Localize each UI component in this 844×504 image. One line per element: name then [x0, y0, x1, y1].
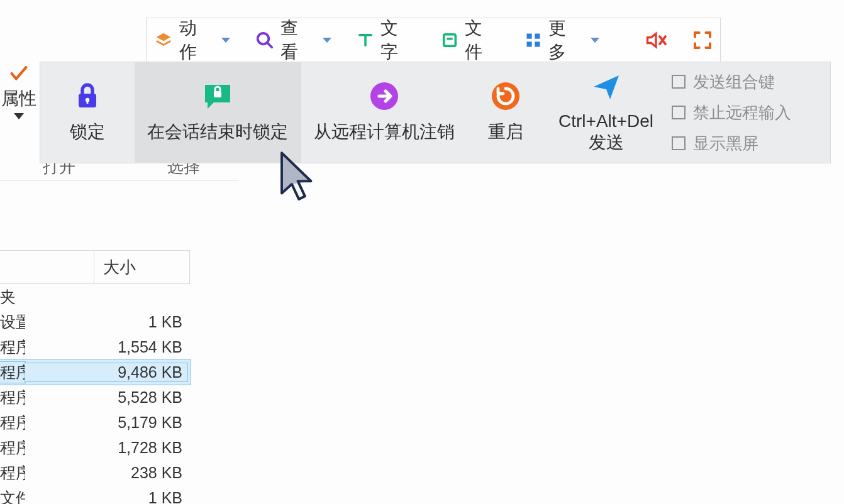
checkbox-icon — [672, 75, 686, 89]
svg-line-1 — [267, 42, 272, 47]
cell-size: 1,554 KB — [25, 338, 187, 356]
svg-rect-4 — [526, 33, 531, 38]
menu-more-label: 更多 — [548, 16, 583, 64]
cell-type: 程序 — [0, 412, 25, 433]
action-lock-label: 锁定 — [70, 120, 105, 144]
search-icon — [255, 31, 274, 50]
fullscreen-button[interactable] — [690, 26, 715, 54]
menu-text-label: 文字 — [380, 16, 415, 64]
apps-grid-icon — [525, 31, 542, 49]
cell-type: 夹 — [0, 287, 25, 307]
table-row[interactable]: 程序1,554 KB — [0, 334, 190, 359]
cell-size: 9,486 KB — [25, 363, 187, 381]
table-row[interactable]: 夹 — [0, 284, 190, 309]
checkbox-icon — [672, 106, 686, 119]
svg-rect-5 — [535, 33, 540, 38]
checkbox-icon — [672, 136, 686, 150]
cell-size: 5,179 KB — [25, 414, 187, 432]
table-row[interactable]: 程序5,179 KB — [0, 410, 190, 435]
cell-type: 文件 — [0, 488, 25, 505]
file-size-table: 大小 夹设置1 KB程序1,554 KB程序9,486 KB程序5,528 KB… — [0, 250, 190, 504]
svg-rect-10 — [86, 100, 88, 104]
check-block-remote-input[interactable]: 禁止远程输入 — [672, 102, 791, 124]
cell-type: 程序 — [0, 362, 25, 383]
menu-actions[interactable]: 动作 — [152, 13, 233, 68]
caret-down-icon — [323, 38, 331, 43]
restart-icon — [491, 81, 521, 111]
menu-actions-label: 动作 — [179, 16, 214, 64]
table-row[interactable]: 程序1,728 KB — [0, 435, 190, 460]
caret-down-icon — [591, 38, 599, 43]
mute-button[interactable] — [642, 25, 670, 55]
check-block-remote-input-label: 禁止远程输入 — [693, 102, 791, 124]
table-row[interactable]: 程序5,528 KB — [0, 385, 190, 410]
check-send-hotkeys[interactable]: 发送组合键 — [672, 71, 791, 93]
action-send-ctrl-alt-del[interactable]: Ctrl+Alt+Del 发送 — [543, 62, 669, 163]
check-show-black-screen[interactable]: 显示黑屏 — [672, 133, 791, 155]
menu-view-label: 查看 — [280, 16, 315, 64]
table-header: 大小 — [0, 250, 190, 284]
cell-size: 5,528 KB — [25, 388, 187, 407]
menu-view[interactable]: 查看 — [253, 13, 334, 68]
fullscreen-icon — [692, 30, 713, 50]
check-show-black-screen-label: 显示黑屏 — [693, 133, 758, 155]
col-type-header[interactable] — [0, 251, 94, 283]
properties-button[interactable]: 属性 — [0, 63, 38, 119]
table-row[interactable]: 程序9,486 KB — [0, 359, 190, 385]
action-lock-on-session-end-label: 在会话结束时锁定 — [147, 120, 288, 144]
check-icon — [8, 63, 30, 84]
svg-rect-2 — [443, 34, 455, 46]
menu-text[interactable]: 文字 — [354, 13, 418, 68]
cell-type: 设置 — [0, 312, 25, 332]
stack-icon — [154, 31, 173, 50]
svg-rect-6 — [526, 41, 531, 47]
svg-rect-7 — [535, 41, 540, 47]
lock-icon — [72, 81, 103, 111]
send-plane-icon — [591, 72, 621, 102]
action-restart[interactable]: 重启 — [468, 62, 543, 163]
logout-icon — [369, 81, 399, 111]
action-lock-on-session-end[interactable]: 在会话结束时锁定 — [135, 62, 301, 163]
table-row[interactable]: 程序238 KB — [0, 460, 190, 485]
caret-down-icon — [221, 38, 230, 43]
action-logout-remote-label: 从远程计算机注销 — [314, 120, 455, 144]
actions-ribbon: 锁定 在会话结束时锁定 从远程计算机注销 重启 Ctrl+Alt+Del 发送 … — [40, 62, 831, 163]
menu-file[interactable]: 文件 — [438, 13, 502, 68]
ribbon-check-column: 发送组合键 禁止远程输入 显示黑屏 — [669, 62, 797, 163]
menu-file-label: 文件 — [465, 16, 499, 64]
table-row[interactable]: 文件1 KB — [0, 485, 190, 504]
mute-icon — [645, 29, 667, 52]
cell-size: 1 KB — [25, 489, 187, 505]
check-send-hotkeys-label: 发送组合键 — [693, 71, 775, 93]
cell-type: 程序 — [0, 337, 25, 358]
cell-type: 程序 — [0, 463, 25, 483]
svg-point-13 — [492, 82, 519, 110]
remote-top-menu: 动作 查看 文字 文件 更多 — [146, 18, 721, 62]
menu-more[interactable]: 更多 — [522, 13, 602, 68]
caret-down-icon — [14, 113, 24, 119]
table-row[interactable]: 设置1 KB — [0, 309, 190, 334]
cell-size: 1,728 KB — [25, 439, 187, 457]
svg-rect-11 — [214, 91, 221, 97]
action-logout-remote[interactable]: 从远程计算机注销 — [301, 62, 468, 163]
table-body: 夹设置1 KB程序1,554 KB程序9,486 KB程序5,528 KB程序5… — [0, 284, 190, 504]
file-box-icon — [441, 31, 458, 49]
properties-label: 属性 — [1, 87, 36, 111]
text-t-icon — [357, 31, 374, 49]
cell-type: 程序 — [0, 387, 25, 408]
action-restart-label: 重启 — [488, 120, 523, 144]
cell-size: 1 KB — [25, 313, 187, 331]
cell-type: 程序 — [0, 437, 25, 458]
cell-size: 238 KB — [25, 464, 187, 482]
col-size-header[interactable]: 大小 — [94, 251, 190, 283]
action-lock[interactable]: 锁定 — [40, 62, 135, 163]
action-send-cad-label: Ctrl+Alt+Del 发送 — [558, 111, 653, 153]
lock-chat-icon — [201, 81, 234, 111]
